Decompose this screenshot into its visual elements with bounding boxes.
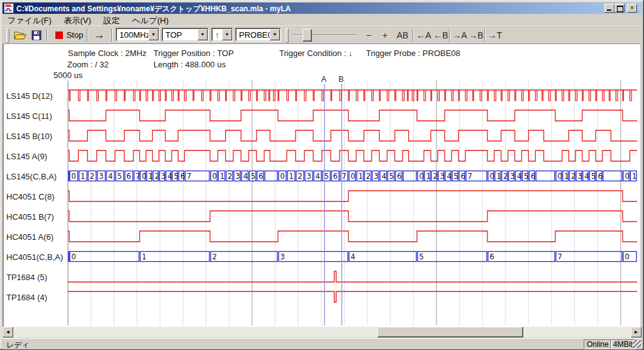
svg-text:1: 1: [220, 172, 225, 181]
app-window: C:¥Documents and Settings¥noname¥デスクトップ¥…: [0, 0, 644, 350]
svg-text:7: 7: [558, 252, 562, 261]
svg-text:5: 5: [454, 172, 458, 181]
svg-text:0: 0: [625, 172, 630, 181]
svg-text:B: B: [338, 75, 343, 84]
svg-text:2: 2: [90, 172, 94, 181]
svg-text:2: 2: [228, 172, 232, 181]
scrollbar-thumb[interactable]: [377, 327, 523, 337]
svg-text:6: 6: [180, 172, 185, 181]
svg-text:1: 1: [564, 172, 569, 181]
svg-text:6: 6: [461, 172, 465, 181]
svg-text:4: 4: [243, 172, 248, 181]
svg-text:3: 3: [235, 172, 240, 181]
svg-text:4: 4: [447, 172, 452, 181]
svg-text:6: 6: [258, 172, 263, 181]
svg-text:2: 2: [298, 172, 303, 181]
svg-text:0: 0: [490, 172, 494, 181]
online-status-badge: Online: [584, 339, 612, 349]
svg-text:0: 0: [142, 172, 147, 181]
svg-text:5: 5: [174, 172, 179, 181]
svg-text:0: 0: [72, 252, 76, 261]
svg-text:2: 2: [213, 252, 217, 261]
svg-text:7: 7: [187, 172, 191, 181]
svg-text:3: 3: [374, 172, 378, 181]
svg-text:2: 2: [503, 172, 508, 181]
svg-text:A: A: [321, 75, 327, 84]
svg-text:0: 0: [72, 172, 76, 181]
svg-text:1: 1: [632, 172, 636, 181]
svg-text:1: 1: [148, 172, 153, 181]
svg-text:5: 5: [118, 172, 122, 181]
svg-text:5: 5: [419, 252, 424, 261]
svg-text:6: 6: [598, 172, 602, 181]
svg-text:4: 4: [167, 172, 172, 181]
svg-text:0: 0: [419, 172, 424, 181]
svg-text:6: 6: [397, 172, 401, 181]
svg-text:6: 6: [490, 252, 494, 261]
scroll-left-icon[interactable]: ◄: [3, 327, 13, 337]
svg-text:4: 4: [382, 172, 386, 181]
svg-text:7: 7: [468, 172, 472, 181]
horizontal-scrollbar[interactable]: ◄ ►: [3, 327, 641, 337]
svg-text:5: 5: [524, 172, 528, 181]
svg-text:1: 1: [289, 172, 294, 181]
svg-text:7: 7: [136, 172, 140, 181]
svg-text:5: 5: [251, 172, 255, 181]
svg-text:6: 6: [333, 172, 338, 181]
svg-text:3: 3: [99, 172, 103, 181]
memory-status-badge: 4MBit: [610, 339, 636, 349]
svg-text:0: 0: [280, 172, 285, 181]
svg-text:3: 3: [161, 172, 165, 181]
svg-text:3: 3: [578, 172, 582, 181]
svg-text:0: 0: [213, 172, 217, 181]
svg-text:0: 0: [558, 172, 562, 181]
svg-text:1: 1: [358, 172, 363, 181]
svg-text:0: 0: [625, 252, 630, 261]
resize-grip[interactable]: [633, 340, 641, 348]
svg-text:3: 3: [440, 172, 445, 181]
svg-text:3: 3: [307, 172, 311, 181]
svg-text:6: 6: [531, 172, 535, 181]
svg-text:4: 4: [108, 172, 113, 181]
status-ready-text: レディ: [6, 340, 30, 350]
svg-text:5: 5: [389, 172, 394, 181]
svg-text:0: 0: [351, 172, 355, 181]
svg-text:1: 1: [80, 172, 85, 181]
svg-text:1: 1: [142, 252, 147, 261]
svg-text:4: 4: [351, 252, 355, 261]
svg-text:5: 5: [591, 172, 596, 181]
svg-text:2: 2: [366, 172, 370, 181]
svg-text:1: 1: [496, 172, 501, 181]
status-bar: レディ Online 4MBit: [3, 338, 641, 349]
svg-text:3: 3: [510, 172, 514, 181]
waveform-plot[interactable]: 0123456701234567012345601234567012345601…: [0, 0, 644, 350]
svg-text:2: 2: [155, 172, 159, 181]
svg-text:4: 4: [584, 172, 589, 181]
svg-text:6: 6: [126, 172, 131, 181]
svg-text:7: 7: [342, 172, 347, 181]
svg-text:2: 2: [433, 172, 438, 181]
svg-text:4: 4: [316, 172, 320, 181]
svg-text:2: 2: [571, 172, 575, 181]
svg-text:1: 1: [426, 172, 431, 181]
scroll-right-icon[interactable]: ►: [631, 327, 641, 337]
svg-text:3: 3: [280, 252, 285, 261]
svg-text:4: 4: [517, 172, 521, 181]
